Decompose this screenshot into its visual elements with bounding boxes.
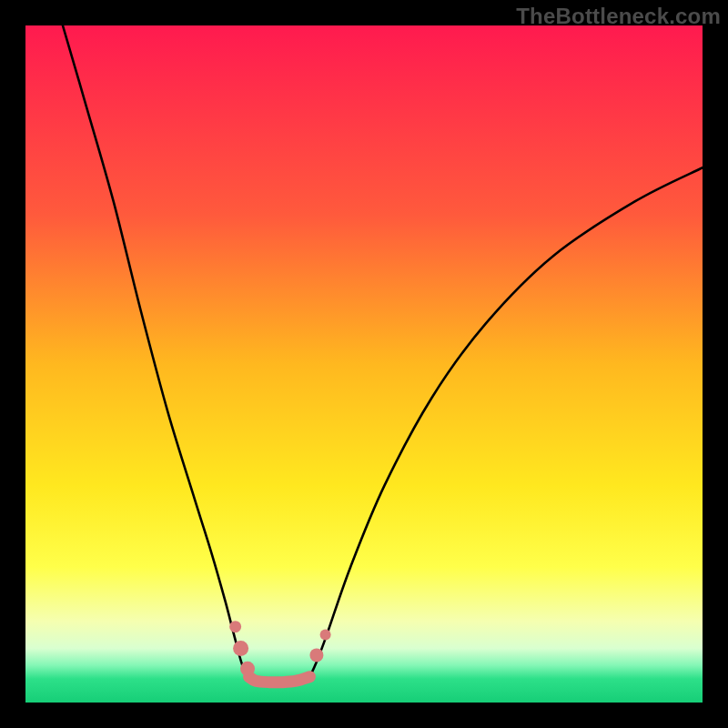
marker-dot bbox=[320, 630, 331, 641]
marker-dot bbox=[240, 662, 255, 676]
markers-right-cluster bbox=[309, 630, 330, 662]
trough-band bbox=[249, 677, 310, 682]
marker-dot bbox=[309, 648, 323, 662]
marker-dot bbox=[233, 641, 248, 656]
plot-area bbox=[25, 25, 703, 703]
markers-left-cluster bbox=[229, 621, 255, 676]
curves-layer bbox=[25, 25, 703, 703]
marker-dot bbox=[229, 621, 241, 632]
attribution-watermark: TheBottleneck.com bbox=[516, 4, 721, 29]
right-curve bbox=[309, 167, 703, 676]
chart-frame: TheBottleneck.com bbox=[0, 0, 728, 728]
left-curve bbox=[63, 25, 249, 677]
